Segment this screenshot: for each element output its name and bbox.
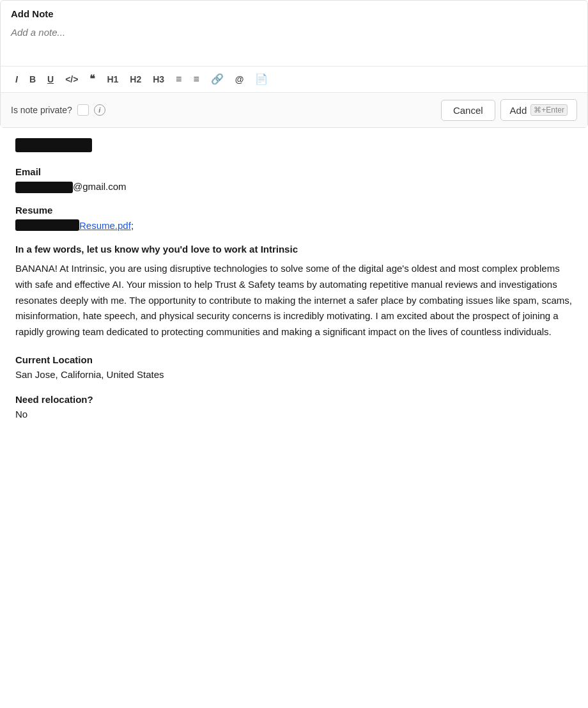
info-icon[interactable]: i <box>94 104 105 116</box>
footer-buttons: Cancel Add ⌘+Enter <box>441 99 577 121</box>
add-note-panel: Add Note I B U </> ❝ H1 H2 H3 ≡ ≡ 🔗 @ 📄 … <box>0 0 588 128</box>
link-button[interactable]: 🔗 <box>206 72 228 87</box>
attachment-button[interactable]: 📄 <box>251 72 272 87</box>
email-domain: @gmail.com <box>73 181 127 192</box>
note-toolbar: I B U </> ❝ H1 H2 H3 ≡ ≡ 🔗 @ 📄 <box>1 66 587 92</box>
bold-button[interactable]: B <box>25 72 40 86</box>
ordered-list-button[interactable]: ≡ <box>171 72 186 87</box>
candidate-name-redacted <box>15 138 92 152</box>
private-section: Is note private? i <box>11 104 105 116</box>
keyboard-hint: ⌘+Enter <box>530 104 568 116</box>
underline-button[interactable]: U <box>43 72 58 86</box>
italic-button[interactable]: I <box>11 72 22 86</box>
resume-prefix-redacted <box>15 219 79 231</box>
add-button[interactable]: Add ⌘+Enter <box>500 99 577 121</box>
private-label: Is note private? <box>11 105 72 115</box>
unordered-list-button[interactable]: ≡ <box>189 72 203 87</box>
relocation-section: Need relocation? No <box>15 394 573 420</box>
h1-button[interactable]: H1 <box>102 72 123 86</box>
candidate-content: Email @gmail.com Resume Resume.pdf; In a… <box>0 128 588 430</box>
cover-letter-text: BANANA! At Intrinsic, you are using disr… <box>15 261 573 340</box>
blockquote-button[interactable]: ❝ <box>85 72 100 87</box>
cancel-button[interactable]: Cancel <box>441 100 495 121</box>
note-textarea[interactable] <box>1 19 587 64</box>
email-label: Email <box>15 166 573 177</box>
mention-button[interactable]: @ <box>231 72 249 86</box>
current-location-value: San Jose, California, United States <box>15 369 573 380</box>
code-button[interactable]: </> <box>61 72 82 86</box>
resume-suffix: ; <box>131 220 134 231</box>
relocation-label: Need relocation? <box>15 394 573 405</box>
private-checkbox[interactable] <box>77 104 89 116</box>
current-location-label: Current Location <box>15 354 573 365</box>
add-label: Add <box>510 105 527 116</box>
resume-row: Resume.pdf; <box>15 219 573 231</box>
email-redacted <box>15 182 73 193</box>
h2-button[interactable]: H2 <box>125 72 146 86</box>
h3-button[interactable]: H3 <box>148 72 169 86</box>
resume-label: Resume <box>15 205 573 216</box>
resume-link[interactable]: Resume.pdf <box>79 220 131 231</box>
note-footer: Is note private? i Cancel Add ⌘+Enter <box>1 92 587 127</box>
cover-letter-question: In a few words, let us know why you'd lo… <box>15 244 573 255</box>
email-row: @gmail.com <box>15 181 573 193</box>
relocation-value: No <box>15 409 573 420</box>
current-location-section: Current Location San Jose, California, U… <box>15 354 573 380</box>
add-note-title: Add Note <box>1 1 587 19</box>
